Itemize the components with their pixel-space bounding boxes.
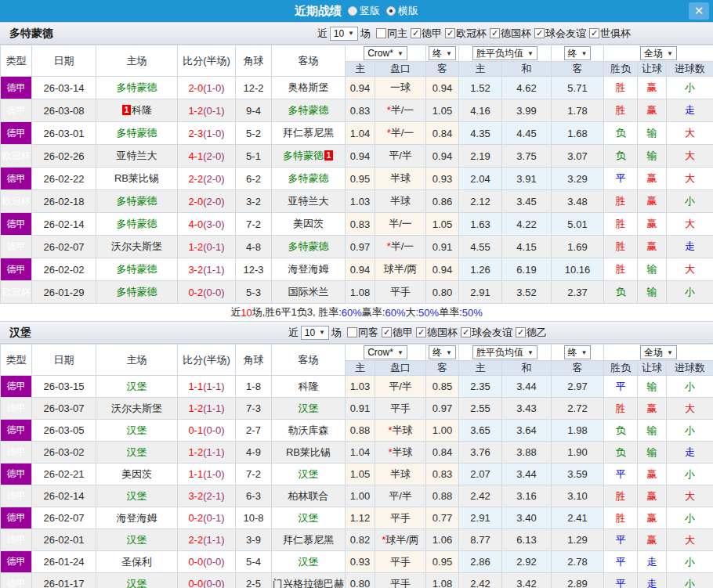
recent-count-select[interactable]: 10 ▼ — [301, 326, 329, 340]
league-filter-checkbox[interactable]: 球会友谊 — [461, 326, 512, 340]
final-odds-select[interactable]: 终▼ — [429, 46, 456, 60]
recent-count-select[interactable]: 10 ▼ — [330, 27, 358, 41]
date-cell: 26-03-01 — [32, 122, 96, 145]
halftime-score: (1-1) — [203, 534, 224, 546]
away-team-cell: 汉堡 — [272, 551, 346, 573]
league-filter-checkbox[interactable]: 德乙 — [516, 326, 547, 340]
bookmaker-select[interactable]: Crow*▼ — [364, 345, 407, 359]
score-cell: 1-2(0-1) — [178, 236, 236, 258]
fulltime-score: 1-2 — [188, 402, 203, 414]
avg-home-cell: 2.42 — [459, 573, 502, 588]
home-team-cell: 美因茨 — [96, 464, 178, 485]
date-cell: 26-02-14 — [32, 485, 96, 507]
team-name: 汉堡 — [299, 402, 319, 414]
handicap-home-odds-cell: 0.88 — [346, 420, 375, 442]
layout-radio-horizontal[interactable]: 横版 — [386, 4, 418, 18]
team-name: 美因茨 — [121, 468, 152, 480]
summary-text: 50% — [462, 307, 483, 319]
final-avg-select[interactable]: 终▼ — [564, 46, 592, 60]
handicap-home-odds-cell: 0.91 — [346, 398, 375, 420]
league-filter-label: 欧冠杯 — [456, 27, 487, 41]
league-type-cell: 德甲 — [1, 213, 32, 236]
handicap-line-cell: *半/一 — [375, 236, 426, 258]
final-odds-select[interactable]: 终▼ — [429, 345, 456, 359]
fulltime-score: 0-2 — [188, 287, 203, 298]
handicap-line-cell: 半球 — [375, 190, 426, 213]
close-button[interactable]: ✕ — [689, 2, 709, 20]
date-cell: 26-02-02 — [32, 258, 96, 281]
handicap-away-odds-cell: 0.84 — [426, 122, 459, 145]
league-type-cell: 德甲 — [1, 551, 32, 573]
recent-count-value: 10 — [305, 327, 315, 338]
fulltime-score: 3-2 — [188, 490, 203, 502]
league-filter-checkbox[interactable]: 德甲 — [382, 326, 413, 340]
corner-cell: 10-8 — [236, 507, 272, 529]
corner-cell: 7-2 — [236, 464, 272, 485]
goals-result-cell: 小 — [667, 464, 713, 485]
summary-text: 60% — [385, 307, 405, 319]
fulltime-score: 2-2 — [188, 534, 203, 546]
col-avg-home: 主 — [459, 361, 502, 376]
goals-result-cell: 大 — [667, 145, 713, 168]
league-type-cell: 欧冠杯 — [1, 145, 32, 168]
score-cell: 3-2(1-1) — [178, 258, 236, 281]
result-cell: 胜 — [604, 258, 638, 281]
handicap-away-odds-cell: 0.94 — [426, 258, 459, 281]
summary-text: 大: — [405, 305, 418, 319]
avg-home-cell: 2.91 — [459, 281, 502, 304]
date-cell: 26-02-22 — [32, 168, 96, 190]
match-row: 德甲26-02-14多特蒙德4-0(3-0)7-2美因茨0.83半/一1.051… — [1, 213, 713, 236]
handicap-result-cell: 赢 — [638, 529, 667, 551]
halftime-score: (1-1) — [203, 446, 224, 458]
bookmaker-select[interactable]: Crow*▼ — [364, 46, 407, 60]
col-handicap-away: 客 — [426, 361, 459, 376]
halftime-score: (2-0) — [203, 173, 224, 185]
handicap-away-odds-cell: 1.06 — [426, 529, 459, 551]
team-name: 美因茨 — [293, 218, 324, 229]
near-label: 近 — [288, 326, 299, 340]
avg-odds-select[interactable]: 胜平负均值▼ — [472, 345, 537, 359]
away-team-cell: 亚特兰大 — [272, 190, 346, 213]
final-select-cell: 终▼ — [426, 45, 459, 62]
result-cell: 胜 — [604, 507, 638, 529]
fulltime-score: 1-2 — [188, 105, 203, 117]
handicap-home-odds-cell: 1.00 — [346, 485, 375, 507]
match-scope-select[interactable]: 全场▼ — [640, 345, 677, 359]
match-row: 德甲26-03-14多特蒙德2-0(1-0)12-2奥格斯堡0.94一球0.94… — [1, 77, 713, 99]
team-name: 圣保利 — [121, 556, 152, 568]
match-scope-select[interactable]: 全场▼ — [640, 46, 677, 60]
col-handicap-result: 让球 — [638, 62, 667, 77]
col-away: 客场 — [272, 45, 346, 77]
col-handicap-result: 让球 — [638, 361, 667, 376]
handicap-home-odds-cell: 1.04 — [346, 442, 375, 464]
match-row: 德甲26-01-17汉堡0-0(0-0)2-5门兴格拉德巴赫0.80平手1.08… — [1, 573, 713, 588]
same-venue-checkbox[interactable]: 同客 — [347, 326, 378, 340]
handicap-result-cell: 赢 — [638, 213, 667, 236]
league-filter-checkbox[interactable]: 德国杯 — [490, 27, 531, 41]
league-type-cell: 德甲 — [1, 168, 32, 190]
handicap-home-odds-cell: 0.94 — [346, 145, 375, 168]
league-filter-checkbox[interactable]: 球会友谊 — [534, 27, 586, 41]
same-venue-checkbox[interactable]: 同主 — [376, 27, 407, 41]
avg-odds-select[interactable]: 胜平负均值▼ — [472, 46, 537, 60]
league-filter-checkbox[interactable]: 欧冠杯 — [445, 27, 487, 41]
checkbox-icon — [445, 28, 455, 38]
home-team-cell: 多特蒙德 — [96, 213, 178, 236]
handicap-line: 球半/两 — [385, 534, 419, 546]
date-cell: 26-01-17 — [32, 573, 96, 588]
final-avg-select[interactable]: 终▼ — [564, 345, 592, 359]
match-row: 德甲26-03-15汉堡1-1(1-1)1-8科隆1.03平/半0.852.35… — [1, 376, 713, 398]
filter-bar: 近 10 ▼ 场 同客 德甲德国杯球会友谊德乙 — [286, 326, 547, 340]
league-filter-checkbox[interactable]: 德国杯 — [416, 326, 458, 340]
team-name: 汉堡 — [127, 534, 147, 546]
result-cell: 胜 — [604, 398, 638, 420]
league-filter-checkbox[interactable]: 世俱杯 — [589, 27, 631, 41]
away-team-cell: 多特蒙德 — [272, 236, 346, 258]
league-filter-checkbox[interactable]: 德甲 — [411, 27, 442, 41]
layout-radio-vertical[interactable]: 竖版 — [348, 4, 380, 18]
result-cell: 胜 — [604, 190, 638, 213]
handicap-line-cell: *半/一 — [375, 99, 426, 122]
halftime-score: (1-1) — [203, 381, 224, 392]
league-filter-label: 德乙 — [527, 326, 547, 340]
team-name: 奥格斯堡 — [288, 81, 329, 93]
